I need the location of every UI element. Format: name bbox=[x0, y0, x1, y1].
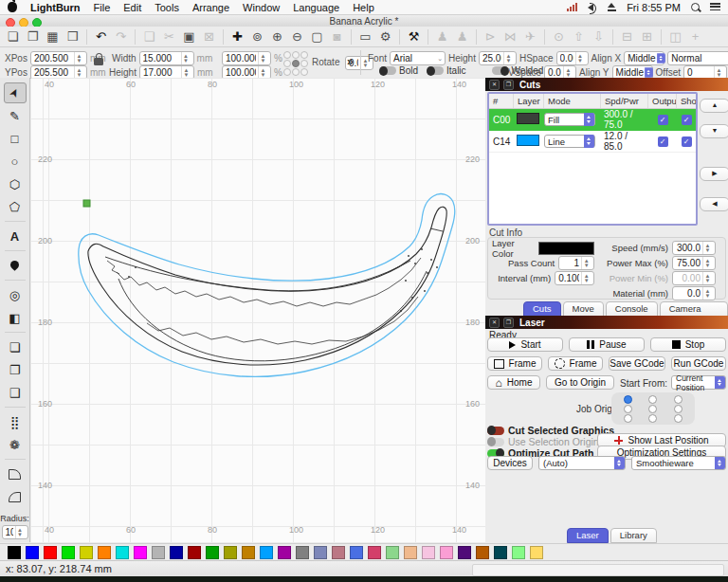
anchor-point-7[interactable] bbox=[292, 68, 300, 76]
palette-color-4[interactable] bbox=[80, 546, 93, 559]
font-select[interactable]: Arial⌄ bbox=[390, 51, 446, 65]
layer-color-swatch[interactable] bbox=[517, 113, 539, 124]
save-gcode-button[interactable]: Save GCode bbox=[609, 356, 665, 371]
anchor-point-3[interactable] bbox=[283, 60, 291, 67]
tab-laser[interactable]: Laser bbox=[567, 528, 609, 543]
start-from-select[interactable]: Current Position bbox=[671, 375, 726, 390]
layer-color-swatch[interactable] bbox=[517, 135, 539, 146]
cuts-dock-icon[interactable]: ❐ bbox=[503, 80, 514, 90]
import-file-icon[interactable]: ❒ bbox=[64, 28, 82, 45]
menu-window[interactable]: Window bbox=[243, 2, 280, 13]
device-select-arrows[interactable] bbox=[614, 457, 625, 469]
show-checkbox[interactable]: ✓ bbox=[682, 136, 692, 147]
frame-selection-icon[interactable]: ▢ bbox=[308, 28, 326, 45]
layer-down-button[interactable]: ▼ bbox=[700, 124, 728, 138]
firmware-select-arrows[interactable] bbox=[715, 457, 725, 469]
device-settings-icon[interactable]: ⚙ bbox=[376, 28, 394, 45]
job-origin-1[interactable] bbox=[648, 395, 657, 404]
undo-icon[interactable]: ↶ bbox=[92, 28, 110, 45]
frame-circle-button[interactable]: Frame bbox=[548, 356, 603, 371]
palette-color-26[interactable] bbox=[476, 546, 489, 559]
menu-lightburn[interactable]: LightBurn bbox=[30, 2, 81, 13]
anchor-point-5[interactable] bbox=[300, 60, 308, 67]
tab-move[interactable]: Move bbox=[563, 301, 604, 317]
layer-left-button[interactable]: ◀ bbox=[700, 197, 728, 211]
palette-color-15[interactable] bbox=[278, 546, 291, 559]
green-marker-square[interactable] bbox=[83, 200, 90, 207]
ellipse-tool[interactable]: ○ bbox=[4, 151, 27, 172]
palette-color-1[interactable] bbox=[26, 546, 39, 559]
new-file-icon[interactable]: ❏ bbox=[4, 28, 22, 45]
palette-color-29[interactable] bbox=[530, 546, 543, 559]
anchor-point-8[interactable] bbox=[300, 68, 308, 76]
preview-icon[interactable]: ▭ bbox=[356, 28, 374, 45]
eject-icon[interactable] bbox=[608, 3, 616, 11]
pass-count-stepper[interactable]: ▲▼ bbox=[581, 257, 591, 269]
material-field[interactable]: 0.0▲▼ bbox=[672, 286, 716, 300]
power-max-stepper[interactable]: ▲▼ bbox=[702, 257, 712, 269]
layer-mode-arrows[interactable] bbox=[584, 135, 594, 148]
offset-shapes-tool[interactable]: ◎ bbox=[4, 284, 27, 305]
frame-square-button[interactable]: Frame bbox=[487, 356, 542, 371]
palette-color-10[interactable] bbox=[188, 546, 201, 559]
go-to-origin-button[interactable]: Go to Origin bbox=[546, 375, 614, 390]
power-min-field[interactable]: 0.00▲▼ bbox=[672, 271, 716, 285]
pass-count-field[interactable]: 1▲▼ bbox=[558, 256, 594, 270]
edit-nodes-tool[interactable] bbox=[4, 464, 27, 484]
stop-button[interactable]: Stop bbox=[650, 337, 726, 352]
start-button[interactable]: Start bbox=[487, 337, 563, 352]
palette-color-27[interactable] bbox=[494, 546, 507, 559]
edit-canvas[interactable]: 4060801001201404060801001201402202001801… bbox=[31, 78, 486, 542]
home-button[interactable]: ⌂Home bbox=[487, 375, 540, 390]
palette-color-5[interactable] bbox=[98, 546, 111, 559]
layer-color-well[interactable] bbox=[538, 242, 594, 255]
tab-cuts[interactable]: Cuts bbox=[523, 301, 561, 317]
palette-color-25[interactable] bbox=[458, 546, 471, 559]
open-file-icon[interactable]: ❐ bbox=[24, 28, 42, 45]
circular-array-tool[interactable]: ❁ bbox=[4, 434, 27, 455]
job-origin-7[interactable] bbox=[648, 414, 657, 423]
layer-mode-arrows[interactable] bbox=[584, 113, 594, 126]
palette-color-28[interactable] bbox=[512, 546, 525, 559]
boolean-intersect-tool[interactable]: ❑ bbox=[4, 382, 27, 403]
anchor-point-4[interactable] bbox=[292, 60, 300, 67]
job-origin-4[interactable] bbox=[648, 405, 657, 413]
palette-color-16[interactable] bbox=[296, 546, 309, 559]
zoom-out-icon[interactable]: ⊖ bbox=[288, 28, 306, 45]
text-tool[interactable]: A bbox=[4, 226, 27, 246]
welded-toggle[interactable] bbox=[492, 66, 509, 75]
apple-menu-icon[interactable] bbox=[8, 2, 17, 12]
job-origin-6[interactable] bbox=[624, 414, 632, 423]
tab-camera-control[interactable]: Camera Control bbox=[660, 301, 728, 317]
cuts-close-icon[interactable]: ✕ bbox=[489, 80, 500, 90]
position-laser-tool[interactable] bbox=[4, 255, 27, 276]
cut-layer-row-C00[interactable]: C00Fill300.0 / 75.0✓✓ bbox=[489, 109, 696, 131]
align-x-select-arrows[interactable] bbox=[657, 53, 665, 63]
cut-selected-graphics-toggle[interactable] bbox=[487, 427, 504, 435]
volume-icon[interactable] bbox=[588, 4, 593, 11]
cut-layer-row-C14[interactable]: C14Line12.0 / 85.0✓✓ bbox=[489, 131, 696, 153]
draw-lines-tool[interactable]: ✎ bbox=[4, 105, 27, 126]
palette-color-24[interactable] bbox=[440, 546, 453, 559]
width-field[interactable]: 15.000▲▼ bbox=[139, 51, 194, 65]
tab-console[interactable]: Console bbox=[606, 301, 658, 317]
palette-color-8[interactable] bbox=[152, 546, 165, 559]
zoom-in-icon[interactable]: ⊕ bbox=[268, 28, 286, 45]
spotlight-icon[interactable] bbox=[691, 3, 700, 11]
menu-tools[interactable]: Tools bbox=[155, 2, 179, 13]
radius-field[interactable]: 10.0▲▼ bbox=[2, 525, 28, 539]
layer-mode-select[interactable]: Line bbox=[544, 135, 595, 148]
palette-color-0[interactable] bbox=[8, 546, 21, 559]
power-min-stepper[interactable]: ▲▼ bbox=[702, 272, 712, 284]
palette-color-11[interactable] bbox=[206, 546, 219, 559]
cut-outline-path[interactable] bbox=[79, 194, 455, 377]
anchor-point-0[interactable] bbox=[283, 51, 291, 59]
anchor-point-2[interactable] bbox=[300, 51, 308, 59]
rectangle-tool[interactable]: □ bbox=[4, 128, 27, 149]
palette-color-22[interactable] bbox=[404, 546, 417, 559]
layer-up-button[interactable]: ▲ bbox=[700, 99, 728, 113]
pan-icon[interactable]: ✚ bbox=[228, 28, 246, 45]
anchor-point-1[interactable] bbox=[292, 51, 300, 59]
interval-field[interactable]: 0.100▲▼ bbox=[555, 271, 594, 285]
anchor-point-selector[interactable] bbox=[283, 51, 308, 74]
